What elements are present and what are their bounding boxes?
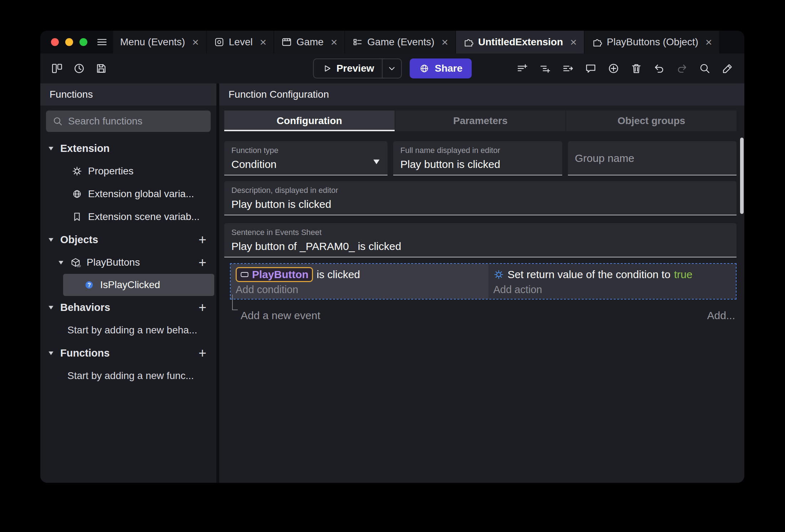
- tab-level[interactable]: Level ×: [207, 31, 275, 53]
- film-icon: [281, 37, 292, 47]
- chevron-down-icon: [47, 304, 55, 311]
- add-behavior-button[interactable]: +: [195, 300, 210, 315]
- add-subevent-icon[interactable]: [539, 62, 551, 75]
- window-tab-bar: Menu (Events) × Level × Game × Game (Eve…: [40, 31, 744, 53]
- search-icon[interactable]: [699, 62, 711, 75]
- action-value: true: [674, 268, 693, 281]
- close-tab-icon[interactable]: ×: [260, 36, 267, 49]
- tab-label: UntitledExtension: [478, 36, 563, 48]
- sentence-field[interactable]: Sentence in Events Sheet Play button of …: [224, 223, 737, 257]
- tab-game[interactable]: Game ×: [274, 31, 345, 53]
- search-functions-input[interactable]: [68, 116, 204, 127]
- add-function-button[interactable]: +: [195, 346, 210, 361]
- functions-empty-hint[interactable]: Start by adding a new func...: [40, 364, 216, 387]
- close-window-button[interactable]: [51, 38, 59, 46]
- event-tree-guide: [232, 295, 238, 310]
- add-circle-icon[interactable]: [607, 62, 620, 75]
- condition-text: is clicked: [317, 268, 360, 281]
- tab-game-events[interactable]: Game (Events) ×: [345, 31, 456, 53]
- tree-item-isplayclicked-selected[interactable]: ? IsPlayClicked: [63, 274, 214, 296]
- add-other-event-icon[interactable]: [562, 62, 574, 75]
- full-name-field[interactable]: Full name displayed in editor Play butto…: [393, 141, 562, 175]
- tree-item-global-variables[interactable]: Extension global varia...: [40, 183, 216, 205]
- preview-button[interactable]: Preview: [314, 63, 382, 74]
- section-label: Objects: [60, 234, 98, 246]
- add-action-button[interactable]: Add action: [493, 284, 732, 296]
- sidebar-title: Functions: [50, 89, 93, 100]
- tree-item-label: Extension scene variab...: [88, 211, 200, 222]
- add-object-button[interactable]: +: [195, 232, 210, 247]
- scene-variables-icon: [72, 211, 82, 222]
- tree-section-functions[interactable]: Functions +: [40, 342, 216, 364]
- close-tab-icon[interactable]: ×: [442, 36, 448, 49]
- group-name-field[interactable]: [568, 141, 737, 175]
- tab-menu-events[interactable]: Menu (Events) ×: [113, 31, 207, 53]
- configuration-tabstrip: Configuration Parameters Object groups: [224, 111, 737, 131]
- field-value: Condition: [231, 158, 380, 170]
- app-window: Menu (Events) × Level × Game × Game (Eve…: [40, 31, 744, 483]
- chevron-down-icon: [47, 236, 55, 243]
- group-name-input[interactable]: [575, 152, 730, 164]
- close-tab-icon[interactable]: ×: [331, 36, 338, 49]
- add-more-button[interactable]: Add...: [707, 310, 735, 322]
- chevron-down-icon: [47, 349, 55, 357]
- event-conditions-cell[interactable]: PlayButton is clicked Add condition: [231, 264, 488, 299]
- close-tab-icon[interactable]: ×: [192, 36, 199, 49]
- history-icon[interactable]: [73, 62, 85, 75]
- playbutton-object-icon: [240, 270, 249, 279]
- undo-icon[interactable]: [653, 62, 665, 75]
- chevron-down-icon: [47, 145, 55, 152]
- event-actions-cell[interactable]: Set return value of the condition to tru…: [488, 264, 736, 299]
- functions-sidebar: Functions Extension Properties: [40, 83, 216, 483]
- add-new-event-button[interactable]: Add a new event: [241, 310, 320, 322]
- field-label: Full name displayed in editor: [400, 146, 555, 155]
- add-comment-icon[interactable]: [585, 62, 597, 75]
- tab-untitled-extension[interactable]: UntitledExtension ×: [456, 31, 585, 53]
- tab-object-groups[interactable]: Object groups: [565, 111, 737, 131]
- tree-item-scene-variables[interactable]: Extension scene variab...: [40, 205, 216, 228]
- play-icon: [322, 63, 332, 74]
- vertical-scrollbar-thumb[interactable]: [740, 138, 744, 214]
- sidebar-header: Functions: [40, 83, 216, 106]
- tab-configuration[interactable]: Configuration: [224, 111, 395, 131]
- zoom-window-button[interactable]: [79, 38, 87, 46]
- add-condition-button[interactable]: Add condition: [236, 284, 484, 296]
- trash-icon[interactable]: [630, 62, 642, 75]
- chevron-down-icon: [57, 259, 65, 266]
- save-icon[interactable]: [95, 62, 107, 75]
- main-title: Function Configuration: [229, 89, 329, 100]
- tree-item-properties[interactable]: Properties: [40, 160, 216, 183]
- tab-label: Menu (Events): [120, 36, 185, 48]
- preview-split-button: Preview: [313, 58, 402, 78]
- tab-parameters[interactable]: Parameters: [395, 111, 566, 131]
- edit-pencil-icon[interactable]: [722, 62, 734, 75]
- behaviors-empty-hint[interactable]: Start by adding a new beha...: [40, 319, 216, 342]
- close-tab-icon[interactable]: ×: [706, 36, 712, 49]
- layout-panels-icon[interactable]: [51, 62, 63, 75]
- tree-item-label: IsPlayClicked: [100, 279, 160, 291]
- main-menu-button[interactable]: [94, 31, 113, 53]
- function-configuration-panel: Function Configuration Configuration Par…: [219, 83, 744, 483]
- add-event-icon[interactable]: [516, 62, 528, 75]
- puzzle-icon: [463, 37, 474, 47]
- event-row-selected[interactable]: PlayButton is clicked Add condition: [230, 263, 737, 300]
- preview-options-button[interactable]: [382, 59, 401, 78]
- tree-section-extension[interactable]: Extension: [40, 137, 216, 160]
- minimize-window-button[interactable]: [65, 38, 73, 46]
- close-tab-icon[interactable]: ×: [570, 36, 577, 49]
- tree-section-objects[interactable]: Objects +: [40, 228, 216, 251]
- share-button[interactable]: Share: [410, 58, 472, 78]
- tree-item-label: PlayButtons: [87, 257, 140, 268]
- function-type-select[interactable]: Function type Condition: [224, 141, 388, 175]
- tab-label: Game (Events): [367, 36, 434, 48]
- add-object-function-button[interactable]: +: [195, 255, 210, 270]
- tree-section-behaviors[interactable]: Behaviors +: [40, 296, 216, 319]
- redo-icon[interactable]: [676, 62, 688, 75]
- main-header: Function Configuration: [219, 83, 744, 106]
- section-label: Behaviors: [60, 302, 110, 313]
- object-chip-playbutton[interactable]: PlayButton: [236, 267, 313, 282]
- tab-label: Configuration: [277, 115, 342, 127]
- description-field[interactable]: Description, displayed in editor Play bu…: [224, 181, 737, 215]
- tree-item-playbuttons[interactable]: 2D PlayButtons +: [40, 251, 216, 274]
- tab-playbuttons-object[interactable]: PlayButtons (Object) ×: [585, 31, 720, 53]
